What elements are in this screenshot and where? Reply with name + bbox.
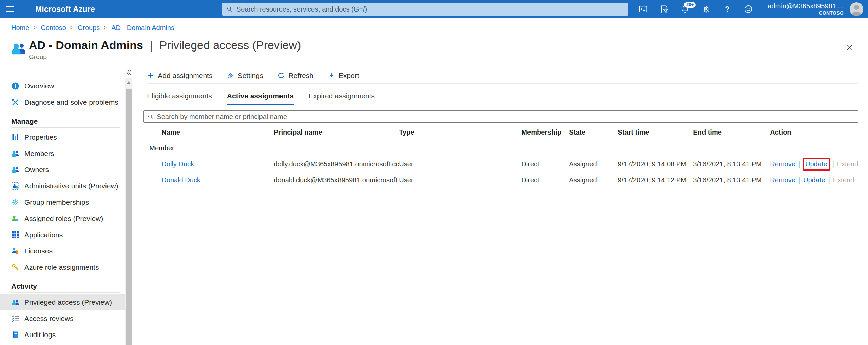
sidebar-item-members[interactable]: Members xyxy=(0,145,125,162)
sidebar-item-privileged-access[interactable]: Privileged access (Preview) xyxy=(0,294,125,310)
refresh-button[interactable]: Refresh xyxy=(277,72,313,80)
account-email: admin@M365x895981.... xyxy=(768,2,844,10)
notifications-bell-icon[interactable]: 20+ xyxy=(681,5,690,14)
start-time-cell: 9/17/2020, 9:14:08 PM xyxy=(618,160,693,168)
member-name-link[interactable]: Donald Duck xyxy=(161,176,200,184)
breadcrumb-separator: > xyxy=(70,24,74,31)
account-tenant: CONTOSO xyxy=(768,10,844,16)
update-link[interactable]: Update xyxy=(803,176,825,184)
type-cell: User xyxy=(399,176,521,184)
breadcrumb-contoso[interactable]: Contoso xyxy=(41,24,66,32)
close-icon[interactable] xyxy=(845,43,854,52)
sidebar-item-audit-logs[interactable]: Audit logs xyxy=(0,327,125,343)
breadcrumb-separator: > xyxy=(104,24,107,31)
page-header: AD - Domain Admins | Privileged access (… xyxy=(0,37,868,68)
people-icon xyxy=(11,149,19,158)
settings-gear-icon[interactable] xyxy=(702,5,711,14)
sidebar-item-access-reviews[interactable]: Access reviews xyxy=(0,310,125,327)
tab-active-assignments[interactable]: Active assignments xyxy=(227,92,294,105)
directory-filter-icon[interactable] xyxy=(660,5,669,14)
column-header-state[interactable]: State xyxy=(569,128,618,136)
member-name-link[interactable]: Dolly Duck xyxy=(161,160,194,168)
column-header-name[interactable]: Name xyxy=(161,128,274,136)
gear-icon xyxy=(227,72,234,79)
add-assignments-button[interactable]: Add assignments xyxy=(147,72,212,80)
member-filter-input[interactable] xyxy=(144,111,858,122)
avatar[interactable] xyxy=(850,2,863,16)
sidebar-item-administrative-units[interactable]: Administrative units (Preview) xyxy=(0,178,125,194)
global-search xyxy=(222,3,628,16)
checklist-icon xyxy=(11,314,19,323)
people-icon xyxy=(11,298,19,306)
scroll-up-arrow-icon[interactable] xyxy=(126,81,131,84)
admin-units-icon xyxy=(11,182,19,190)
sidebar-item-label: Properties xyxy=(24,133,57,141)
search-icon xyxy=(226,6,233,13)
scrollbar-thumb[interactable] xyxy=(126,89,132,345)
extend-link-disabled: Extend xyxy=(833,176,854,184)
toolbar-label: Settings xyxy=(237,72,263,80)
toolbar-label: Refresh xyxy=(288,72,313,80)
collapse-sidebar-icon[interactable] xyxy=(125,69,132,76)
breadcrumb-current[interactable]: AD - Domain Admins xyxy=(111,24,174,32)
tab-eligible-assignments[interactable]: Eligible assignments xyxy=(147,92,212,105)
account-info[interactable]: admin@M365x895981.... CONTOSO xyxy=(768,2,844,16)
column-header-start-time[interactable]: Start time xyxy=(618,128,693,136)
breadcrumb-home[interactable]: Home xyxy=(11,24,29,32)
topbar-icons: 20+ ? xyxy=(639,0,753,18)
update-link-highlighted[interactable]: Update xyxy=(805,160,827,168)
hamburger-menu-icon[interactable] xyxy=(2,0,18,18)
divider xyxy=(11,127,120,128)
export-button[interactable]: Export xyxy=(328,72,359,80)
license-icon xyxy=(11,247,19,255)
table-row: Donald Duck donald.duck@M365x895981.onmi… xyxy=(143,172,858,188)
azure-portal-page: Microsoft Azure 20+ ? admin@M365x895981.… xyxy=(0,0,868,345)
membership-cell: Direct xyxy=(521,176,569,184)
sidebar-item-label: Azure role assignments xyxy=(24,263,99,271)
sidebar-item-azure-role-assignments[interactable]: Azure role assignments xyxy=(0,259,125,276)
sidebar-section-activity: Activity xyxy=(0,280,125,292)
book-icon xyxy=(11,331,19,339)
cloud-shell-icon[interactable] xyxy=(639,5,648,14)
tab-expired-assignments[interactable]: Expired assignments xyxy=(309,92,375,105)
sidebar-item-applications[interactable]: Applications xyxy=(0,227,125,243)
column-header-membership[interactable]: Membership xyxy=(521,128,569,136)
main-content: Add assignments Settings Refresh Export … xyxy=(132,68,868,345)
sidebar-item-assigned-roles[interactable]: Assigned roles (Preview) xyxy=(0,210,125,227)
sidebar-item-group-memberships[interactable]: Group memberships xyxy=(0,194,125,210)
end-time-cell: 3/16/2021, 8:13:41 PM xyxy=(693,160,770,168)
breadcrumb-groups[interactable]: Groups xyxy=(78,24,100,32)
sidebar-item-label: Licenses xyxy=(24,247,53,255)
notification-badge: 20+ xyxy=(684,2,696,8)
table-header-row: Name Principal name Type Membership Stat… xyxy=(143,125,858,140)
sidebar-item-properties[interactable]: Properties xyxy=(0,129,125,145)
column-header-principal-name[interactable]: Principal name xyxy=(274,128,399,136)
sidebar-item-licenses[interactable]: Licenses xyxy=(0,243,125,259)
remove-link[interactable]: Remove xyxy=(770,176,795,184)
sidebar-item-diagnose[interactable]: Diagnose and solve problems xyxy=(0,94,125,110)
remove-link[interactable]: Remove xyxy=(770,160,795,168)
sidebar-scrollbar[interactable] xyxy=(125,78,132,345)
action-separator: | xyxy=(798,160,800,168)
help-icon[interactable]: ? xyxy=(723,5,732,14)
page-title-group-name: AD - Domain Admins xyxy=(29,39,143,52)
feedback-smiley-icon[interactable] xyxy=(744,5,753,14)
column-header-end-time[interactable]: End time xyxy=(693,128,770,136)
topbar: Microsoft Azure 20+ ? admin@M365x895981.… xyxy=(0,0,868,18)
breadcrumb-separator: > xyxy=(33,24,37,31)
sidebar-item-label: Applications xyxy=(24,231,63,239)
global-search-input[interactable] xyxy=(222,3,628,16)
sidebar-scroll-column xyxy=(125,68,132,345)
sidebar-item-overview[interactable]: Overview xyxy=(0,78,125,94)
product-logo[interactable]: Microsoft Azure xyxy=(35,5,95,14)
column-header-type[interactable]: Type xyxy=(399,128,521,136)
sidebar-item-label: Diagnose and solve problems xyxy=(24,98,118,106)
bars-icon xyxy=(11,133,19,141)
settings-button[interactable]: Settings xyxy=(227,72,263,80)
state-cell: Assigned xyxy=(569,160,618,168)
actions-cell: Remove | Update | Extend xyxy=(770,160,858,168)
sidebar-item-owners[interactable]: Owners xyxy=(0,162,125,178)
toolbar-label: Add assignments xyxy=(158,72,212,80)
sidebar-section-manage: Manage xyxy=(0,115,125,127)
sidebar-item-label: Members xyxy=(24,149,54,158)
